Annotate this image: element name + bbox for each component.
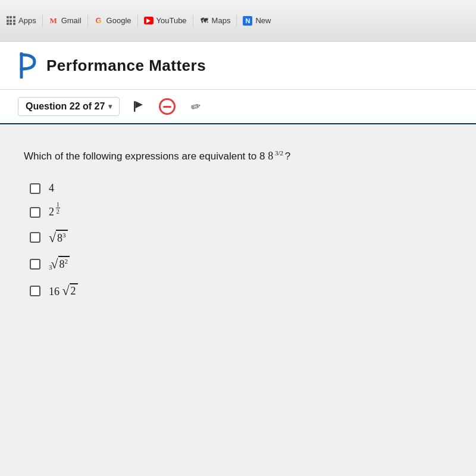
exp-denominator: 2: [280, 149, 283, 156]
bookmark-maps[interactable]: 🗺 Maps: [199, 16, 231, 26]
bookmark-google-label: Google: [107, 16, 131, 25]
question-nav: Question 22 of 27 ▾ ✏: [0, 90, 476, 124]
choice-d-label: 3 √ 82: [49, 256, 70, 273]
divider3: [137, 15, 138, 27]
choice-a[interactable]: 4: [30, 182, 452, 195]
youtube-icon: [144, 17, 154, 24]
maps-icon: 🗺: [199, 16, 209, 26]
sqrt-content-e: 2: [70, 283, 78, 298]
choice-b[interactable]: 2 1 2: [30, 205, 452, 219]
question-selector[interactable]: Question 22 of 27 ▾: [18, 97, 120, 116]
bookmark-new-label: New: [255, 16, 271, 25]
choice-c[interactable]: √ 83: [30, 230, 452, 245]
svg-rect-0: [134, 101, 136, 112]
exp-numerator: 3: [275, 149, 278, 156]
bookmark-gmail-label: Gmail: [61, 16, 82, 25]
choice-a-label: 4: [49, 182, 54, 195]
bookmarks-bar: Apps M Gmail G Google YouTube 🗺 Maps N N…: [0, 0, 476, 42]
sqrt-content-d: 82: [58, 256, 70, 271]
checkbox-e[interactable]: [30, 286, 40, 296]
question-label: Question 22 of 27: [26, 101, 105, 112]
sqrt-wrapper-e: √ 2: [62, 283, 78, 298]
question-text: Which of the following expressions are e…: [24, 148, 452, 164]
gmail-icon: M: [49, 16, 58, 26]
pencil-button[interactable]: ✏: [186, 97, 205, 116]
apps-icon: [7, 16, 15, 25]
bookmark-youtube[interactable]: YouTube: [144, 16, 187, 26]
sqrt-symbol-d: √: [51, 258, 58, 271]
no-entry-button[interactable]: [158, 97, 177, 116]
choice-b-label: 2 1 2: [49, 205, 60, 219]
sqrt-wrapper-c: √ 83: [49, 230, 68, 245]
question-math: 8 3/2: [268, 150, 285, 162]
choice-e[interactable]: 16 √ 2: [30, 283, 452, 298]
pm-logo: [18, 52, 39, 79]
pencil-icon: ✏: [189, 98, 203, 115]
bookmark-new[interactable]: N New: [243, 16, 271, 26]
bookmark-maps-label: Maps: [212, 16, 231, 25]
divider5: [236, 15, 237, 27]
question-stem: Which of the following expressions are e…: [24, 151, 265, 162]
divider4: [193, 15, 193, 27]
sqrt-symbol-e: √: [62, 284, 70, 298]
no-entry-icon: [159, 98, 176, 115]
sqrt-symbol-c: √: [49, 231, 56, 245]
bookmark-google[interactable]: G Google: [94, 16, 131, 26]
choice-d[interactable]: 3 √ 82: [30, 256, 452, 273]
checkbox-a[interactable]: [30, 183, 40, 194]
sqrt-wrapper-d: 3 √ 82: [49, 256, 70, 271]
choice-c-label: √ 83: [49, 230, 68, 245]
question-area: Which of the following expressions are e…: [0, 124, 476, 476]
sqrt-content-c: 83: [56, 230, 68, 245]
pm-title: Performance Matters: [46, 57, 206, 75]
checkbox-c[interactable]: [30, 232, 40, 243]
bookmark-apps[interactable]: Apps: [6, 16, 36, 26]
pm-header: Performance Matters: [0, 42, 476, 90]
page-content: Performance Matters Question 22 of 27 ▾ …: [0, 42, 476, 476]
new-icon: N: [243, 16, 252, 26]
answer-choices: 4 2 1 2 √: [24, 182, 452, 298]
bookmark-youtube-label: YouTube: [156, 16, 187, 25]
question-mark: ?: [285, 151, 290, 162]
checkbox-b[interactable]: [30, 207, 40, 218]
chevron-down-icon: ▾: [108, 102, 112, 111]
bookmark-gmail[interactable]: M Gmail: [49, 16, 82, 26]
divider: [42, 15, 43, 27]
flag-button[interactable]: [129, 97, 148, 116]
bookmark-apps-label: Apps: [18, 16, 36, 25]
divider2: [87, 15, 88, 27]
choice-e-label: 16 √ 2: [49, 283, 78, 298]
google-icon: G: [94, 16, 104, 26]
checkbox-d[interactable]: [30, 259, 40, 270]
